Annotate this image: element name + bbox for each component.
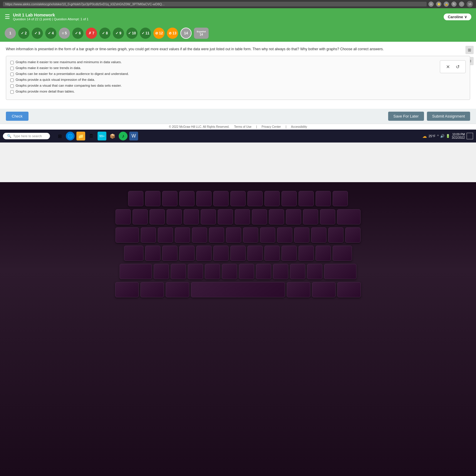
question-btn-13[interactable]: ⊘ 13 [167,28,178,39]
key-space [191,282,285,297]
save-for-later-button[interactable]: Save For Later [388,112,424,121]
system-tray: ^ 🔊 🔋 [437,134,450,138]
keyboard-row-6 [115,282,361,297]
key-8 [252,209,267,224]
key-f8 [264,191,280,206]
choice-6[interactable]: Graphs provide more detail than tables. [10,90,434,94]
checkbox-2[interactable] [10,67,14,70]
question-btn-1[interactable]: 1 [5,28,16,39]
key-m [256,264,271,279]
question-btn-10[interactable]: ✓ 10 [126,28,138,39]
privacy-link[interactable]: Privacy Center [262,125,281,128]
refresh-button[interactable]: ↺ [456,64,460,70]
question-btn-8[interactable]: ✓ 8 [99,28,110,39]
show-desktop-button[interactable] [467,133,473,139]
key-5 [201,209,216,224]
key-f10 [299,191,314,206]
user-name: Caroline [448,15,463,19]
badge-99[interactable]: 99+ [98,132,106,140]
question-btn-12[interactable]: ⊘ 12 [153,28,165,39]
key-l [281,246,297,261]
choice-5[interactable]: Graphs provide a visual that can make co… [10,84,434,88]
key-f12 [333,191,348,206]
choice-1[interactable]: Graphs make it easier to see maximums an… [10,60,434,64]
bottom-bar: Check Save For Later Submit Assignment [0,109,476,124]
folder-icon[interactable]: 📁 [76,132,85,140]
checkbox-6[interactable] [10,90,14,94]
word-icon[interactable]: W [129,132,138,140]
browser-icon-2[interactable]: ⭐ [436,1,441,7]
taskbar-search-box[interactable]: 🔍 Type here to search [3,133,50,139]
browser-bar: https://www.aleks.com/alekscgi/x/islske/… [0,0,476,8]
key-lwin [140,282,164,297]
question-btn-6[interactable]: ✓ 6 [72,28,83,39]
question-btn-5[interactable]: ≡ 5 [59,28,70,39]
question-btn-2[interactable]: ✓ 2 [18,28,29,39]
tab-count[interactable]: 16 [467,1,473,7]
key-f11 [316,191,331,206]
key-period [290,264,305,279]
question-btn-11[interactable]: ✓ 11 [140,28,151,39]
key-1 [133,209,148,224]
key-k [264,246,280,261]
header-left: ☰ Unit 1 Lab Homework Question 14 of 22 … [5,13,88,21]
copyright-text: © 2022 McGraw Hill LLC. All Rights Reser… [169,125,229,128]
question-btn-3[interactable]: ✓ 3 [32,28,43,39]
checkbox-list: Graphs make it easier to see maximums an… [10,60,434,95]
key-p [294,227,309,243]
question-btn-9[interactable]: ✓ 9 [113,28,124,39]
checkbox-5[interactable] [10,84,14,88]
key-enter [333,246,352,261]
choice-5-text: Graphs provide a visual that can make co… [16,84,122,87]
user-menu[interactable]: Caroline ∨ [444,14,471,20]
start-icon[interactable]: ⊞ [55,132,64,140]
clear-button[interactable]: ✕ [446,64,450,70]
keyboard-row-4 [124,246,352,261]
spotify-icon[interactable]: ♪ [119,132,128,140]
checkbox-1[interactable] [10,61,14,64]
key-z [154,264,169,279]
key-f2 [162,191,177,206]
calendar-icon[interactable]: 🗓 [87,132,96,140]
browser-icon-3[interactable]: 🔒 [444,1,449,7]
browser-icons: A ⭐ 🔒 ↻ ♡ 16 [428,1,473,7]
choice-3[interactable]: Graphs can be easier for a presentation … [10,72,434,76]
key-equals [320,209,335,224]
espanol-button[interactable]: Español 14 [194,28,209,39]
key-6 [218,209,233,224]
question-info: Question 14 of 22 (1 point) | Question A… [13,17,88,21]
key-f5 [213,191,229,206]
browser-icon-5[interactable]: ♡ [459,1,464,7]
terms-link[interactable]: Terms of Use [234,125,252,128]
key-3 [167,209,182,224]
question-btn-14[interactable]: 14 [180,28,192,39]
key-f4 [196,191,212,206]
key-j [247,246,263,261]
edge-icon[interactable]: 🌐 [66,132,75,140]
question-btn-7[interactable]: ✗ 7 [86,28,97,39]
speaker-icon: 🔊 [440,134,445,138]
hamburger-menu[interactable]: ☰ [5,13,10,20]
choice-6-text: Graphs provide more detail than tables. [16,90,75,93]
browser-icon-4[interactable]: ↻ [451,1,457,7]
submit-assignment-button[interactable]: Submit Assignment [427,112,470,121]
choice-4[interactable]: Graphs provide a quick visual impression… [10,78,434,82]
key-esc [128,191,143,206]
key-r [192,227,207,243]
key-rctrl [337,282,361,297]
key-e [175,227,190,243]
question-btn-4[interactable]: ✓ 4 [45,28,56,39]
check-button[interactable]: Check [6,112,29,121]
choice-2[interactable]: Graphs make it easier to see trends in d… [10,66,434,70]
sidebar-icon-grid[interactable]: ⊞ [465,46,474,54]
key-i [260,227,275,243]
keyboard-row-1 [128,191,348,206]
key-backtick [115,209,131,224]
accessibility-link[interactable]: Accessibility [291,125,307,128]
key-f6 [230,191,246,206]
browser-icon-1[interactable]: A [428,1,434,7]
assignment-title: Unit 1 Lab Homework [13,13,88,17]
checkbox-4[interactable] [10,78,14,82]
checkbox-3[interactable] [10,73,14,76]
dropbox-icon[interactable]: 📦 [108,132,117,140]
